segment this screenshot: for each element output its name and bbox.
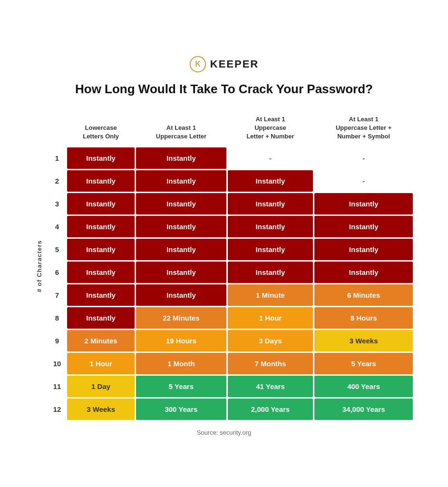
table-cell: 5 Years xyxy=(136,376,226,397)
password-table: LowercaseLetters Only At Least 1Uppercas… xyxy=(47,111,414,421)
table-cell: 1 Hour xyxy=(67,353,135,374)
table-cell: Instantly xyxy=(228,193,313,214)
table-cell: Instantly xyxy=(67,239,135,260)
table-cell: Instantly xyxy=(314,193,413,214)
table-cell: 3 Days xyxy=(228,330,313,351)
table-cell: 400 Years xyxy=(314,376,413,397)
table-cell: Instantly xyxy=(136,262,226,283)
table-cell: - xyxy=(228,147,313,169)
table-row: 3InstantlyInstantlyInstantlyInstantly xyxy=(49,193,413,214)
table-cell: 3 Weeks xyxy=(67,399,135,420)
row-number: 11 xyxy=(49,376,66,397)
row-number: 2 xyxy=(49,170,66,192)
table-cell: 1 Month xyxy=(136,353,226,374)
table-row: 101 Hour1 Month7 Months5 Years xyxy=(49,353,413,374)
table-cell: Instantly xyxy=(228,262,313,283)
logo-text: KEEPER xyxy=(210,58,259,70)
row-number: 10 xyxy=(49,353,66,374)
page-title: How Long Would It Take To Crack Your Pas… xyxy=(34,81,414,97)
table-row: 123 Weeks300 Years2,000 Years34,000 Year… xyxy=(49,399,413,420)
table-cell: Instantly xyxy=(136,193,226,214)
table-cell: 19 Hours xyxy=(136,330,226,351)
table-cell: Instantly xyxy=(67,284,135,306)
header-col4: At Least 1Uppercase Letter +Number + Sym… xyxy=(314,112,413,146)
table-cell: 41 Years xyxy=(228,376,313,397)
table-wrapper: # of Characters LowercaseLetters Only At… xyxy=(34,111,414,421)
row-number: 3 xyxy=(49,193,66,214)
row-number: 4 xyxy=(49,216,66,237)
table-cell: Instantly xyxy=(67,307,135,329)
main-card: K KEEPER How Long Would It Take To Crack… xyxy=(15,41,433,445)
table-cell: Instantly xyxy=(136,239,226,260)
header-col2: At Least 1Uppercase Letter xyxy=(136,112,226,146)
table-cell: 6 Minutes xyxy=(314,284,413,306)
header-num xyxy=(49,112,66,146)
keeper-logo-icon: K xyxy=(189,56,206,73)
table-cell: 8 Hours xyxy=(314,307,413,329)
table-row: 8Instantly22 Minutes1 Hour8 Hours xyxy=(49,307,413,329)
table-row: 111 Day5 Years41 Years400 Years xyxy=(49,376,413,397)
table-cell: - xyxy=(314,147,413,169)
logo-area: K KEEPER xyxy=(34,56,414,73)
table-cell: 1 Hour xyxy=(228,307,313,329)
table-cell: Instantly xyxy=(136,147,226,169)
table-row: 6InstantlyInstantlyInstantlyInstantly xyxy=(49,262,413,283)
table-cell: Instantly xyxy=(228,239,313,260)
table-cell: 1 Day xyxy=(67,376,135,397)
table-row: 1InstantlyInstantly-- xyxy=(49,147,413,169)
y-axis-label: # of Characters xyxy=(34,111,44,421)
table-cell: 34,000 Years xyxy=(314,399,413,420)
table-cell: Instantly xyxy=(136,284,226,306)
table-cell: 300 Years xyxy=(136,399,226,420)
table-cell: 2,000 Years xyxy=(228,399,313,420)
table-cell: Instantly xyxy=(136,170,226,192)
table-cell: 3 Weeks xyxy=(314,330,413,351)
table-row: 7InstantlyInstantly1 Minute6 Minutes xyxy=(49,284,413,306)
table-cell: Instantly xyxy=(67,170,135,192)
table-cell: Instantly xyxy=(67,262,135,283)
table-cell: Instantly xyxy=(314,262,413,283)
table-cell: Instantly xyxy=(314,239,413,260)
table-row: 92 Minutes19 Hours3 Days3 Weeks xyxy=(49,330,413,351)
table-cell: Instantly xyxy=(67,216,135,237)
row-number: 7 xyxy=(49,284,66,306)
table-row: 2InstantlyInstantlyInstantly- xyxy=(49,170,413,192)
svg-text:K: K xyxy=(195,60,201,68)
table-row: 4InstantlyInstantlyInstantlyInstantly xyxy=(49,216,413,237)
header-col3: At Least 1UppercaseLetter + Number xyxy=(228,112,313,146)
table-cell: Instantly xyxy=(314,216,413,237)
row-number: 5 xyxy=(49,239,66,260)
row-number: 8 xyxy=(49,307,66,329)
table-container: LowercaseLetters Only At Least 1Uppercas… xyxy=(47,111,414,421)
source-text: Source: security.org xyxy=(34,429,414,436)
table-cell: 22 Minutes xyxy=(136,307,226,329)
table-cell: 1 Minute xyxy=(228,284,313,306)
row-number: 6 xyxy=(49,262,66,283)
table-cell: Instantly xyxy=(136,216,226,237)
table-cell: Instantly xyxy=(228,216,313,237)
row-number: 1 xyxy=(49,147,66,169)
row-number: 9 xyxy=(49,330,66,351)
table-row: 5InstantlyInstantlyInstantlyInstantly xyxy=(49,239,413,260)
table-cell: Instantly xyxy=(67,147,135,169)
row-number: 12 xyxy=(49,399,66,420)
table-cell: - xyxy=(314,170,413,192)
table-cell: 2 Minutes xyxy=(67,330,135,351)
table-cell: 5 Years xyxy=(314,353,413,374)
table-cell: Instantly xyxy=(67,193,135,214)
table-cell: 7 Months xyxy=(228,353,313,374)
header-col1: LowercaseLetters Only xyxy=(67,112,135,146)
table-cell: Instantly xyxy=(228,170,313,192)
